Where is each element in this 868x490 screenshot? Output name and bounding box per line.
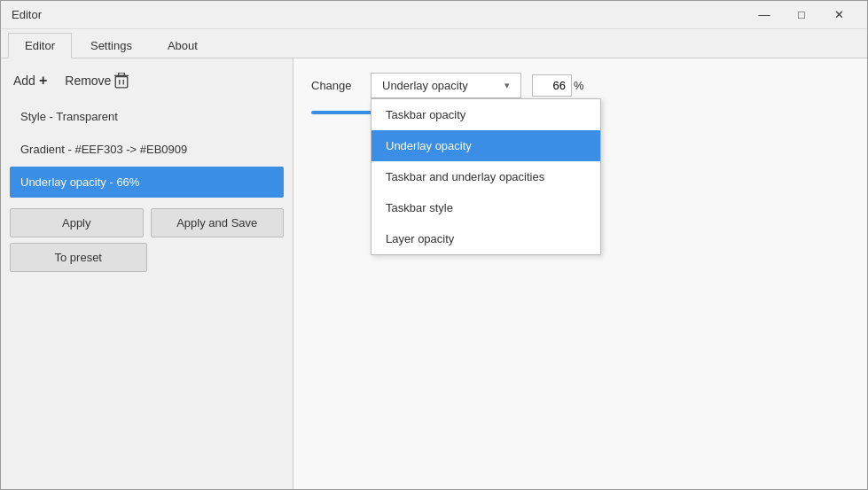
dropdown-selected-label: Underlay opacity: [382, 79, 468, 92]
dropdown-item-taskbar-opacity[interactable]: Taskbar opacity: [371, 99, 600, 130]
remove-label: Remove: [65, 74, 111, 88]
right-panel: Change Underlay opacity ▾ Taskbar opacit…: [293, 58, 867, 489]
title-bar: Editor — □ ✕: [1, 1, 867, 29]
dropdown-menu: Taskbar opacity Underlay opacity Taskbar…: [371, 98, 601, 255]
chevron-down-icon: ▾: [504, 80, 510, 91]
content-area: Add + Remove: [1, 58, 867, 489]
tab-bar: Editor Settings About: [1, 29, 867, 58]
opacity-input-container: %: [532, 74, 584, 97]
dropdown-item-taskbar-underlay[interactable]: Taskbar and underlay opacities: [371, 161, 600, 192]
opacity-input[interactable]: [532, 74, 572, 97]
action-buttons: Apply Apply and Save To preset: [10, 208, 284, 272]
svg-rect-0: [116, 77, 129, 88]
minimize-button[interactable]: —: [747, 4, 782, 27]
window-controls: — □ ✕: [747, 4, 856, 27]
list-item[interactable]: Gradient - #EEF303 -> #EB0909: [10, 134, 284, 165]
list-item[interactable]: Style - Transparent: [10, 101, 284, 132]
add-button[interactable]: Add +: [10, 71, 51, 90]
apply-save-button[interactable]: Apply and Save: [151, 208, 285, 237]
list-item-selected[interactable]: Underlay opacity - 66%: [10, 167, 284, 198]
tab-about[interactable]: About: [151, 33, 215, 58]
plus-icon: +: [39, 73, 47, 89]
apply-row: Apply Apply and Save: [10, 208, 284, 237]
dropdown-item-layer-opacity[interactable]: Layer opacity: [371, 223, 600, 254]
window-title: Editor: [12, 8, 747, 21]
left-panel: Add + Remove: [1, 58, 293, 489]
dropdown-item-underlay-opacity[interactable]: Underlay opacity: [371, 130, 600, 161]
apply-button[interactable]: Apply: [10, 208, 144, 237]
to-preset-button[interactable]: To preset: [10, 243, 147, 272]
maximize-button[interactable]: □: [784, 4, 819, 27]
close-button[interactable]: ✕: [821, 4, 856, 27]
remove-button[interactable]: Remove: [58, 71, 136, 90]
change-label: Change: [311, 79, 360, 92]
tab-settings[interactable]: Settings: [74, 33, 149, 58]
change-dropdown-button[interactable]: Underlay opacity ▾: [371, 73, 521, 98]
percent-symbol: %: [574, 79, 584, 92]
preset-row: To preset: [10, 243, 284, 272]
items-list: Style - Transparent Gradient - #EEF303 -…: [10, 101, 284, 198]
change-row: Change Underlay opacity ▾ Taskbar opacit…: [311, 73, 849, 98]
add-label: Add: [13, 74, 35, 88]
dropdown-container: Underlay opacity ▾ Taskbar opacity Under…: [371, 73, 521, 98]
tab-editor[interactable]: Editor: [8, 33, 72, 58]
svg-rect-4: [119, 73, 125, 75]
trash-icon: [114, 73, 129, 89]
left-toolbar: Add + Remove: [10, 67, 284, 94]
editor-window: Editor — □ ✕ Editor Settings About Add +: [0, 0, 868, 490]
dropdown-item-taskbar-style[interactable]: Taskbar style: [371, 192, 600, 223]
